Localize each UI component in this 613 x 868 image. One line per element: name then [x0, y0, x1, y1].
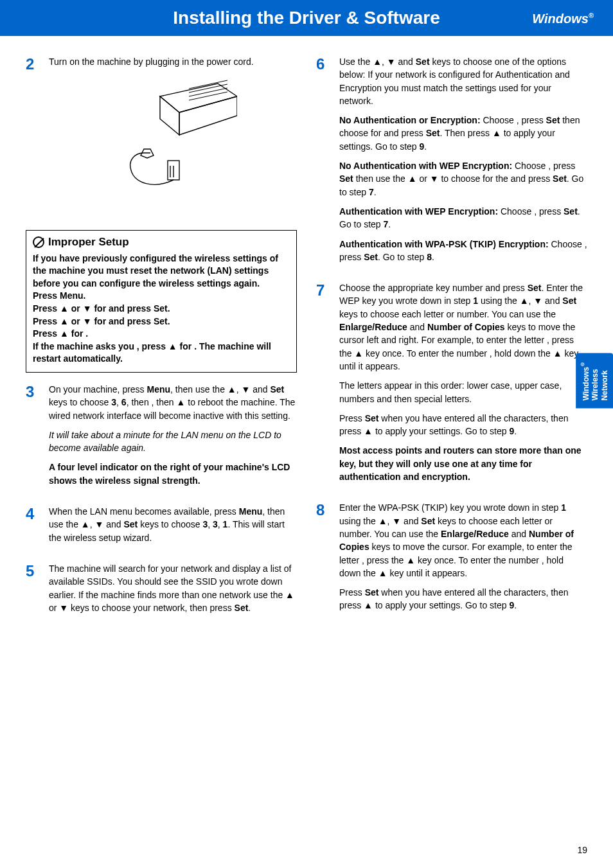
improper-line6b: , press ▲ for [137, 341, 194, 351]
step-5-body: The machine will search for your network… [49, 562, 297, 621]
os-name: Windows [532, 12, 589, 26]
prohibition-icon [33, 236, 44, 248]
improper-line4a: Press ▲ or ▼ for [33, 316, 109, 326]
improper-heading-text: Improper Setup [48, 236, 129, 249]
improper-line1: If you have previously configured the wi… [33, 253, 278, 288]
registered-mark: ® [589, 12, 594, 19]
improper-body: If you have previously configured the wi… [33, 252, 290, 366]
step-7-p3: Press Set when you have entered all the … [339, 412, 587, 438]
step-number-8: 8 [316, 501, 339, 519]
improper-line2: Press Menu. [33, 290, 85, 301]
step-6: 6 Use the ▲, ▼ and Set keys to choose on… [316, 55, 587, 270]
step-number-6: 6 [316, 55, 339, 73]
sidetab-network: Network [600, 370, 609, 400]
step-2-text: Turn on the machine by plugging in the p… [49, 55, 297, 68]
page-header: Installing the Driver & Software Windows… [0, 0, 613, 36]
step-3-p1: On your machine, press Menu, then use th… [49, 383, 297, 422]
header-title: Installing the Driver & Software [173, 8, 440, 28]
step-8-p1: Enter the WPA-PSK (TKIP) key you wrote d… [339, 501, 587, 580]
step-6-wpa: Authentication with WPA-PSK (TKIP) Encry… [339, 238, 587, 264]
right-column: 6 Use the ▲, ▼ and Set keys to choose on… [316, 55, 587, 632]
improper-line4b: and press Set. [109, 316, 170, 326]
printer-icon [109, 77, 237, 199]
step-2-body: Turn on the machine by plugging in the p… [49, 55, 297, 218]
step-4-p1: When the LAN menu becomes available, pre… [49, 505, 297, 544]
step-number-4: 4 [26, 505, 49, 523]
step-number-5: 5 [26, 562, 49, 580]
step-6-intro: Use the ▲, ▼ and Set keys to choose one … [339, 55, 587, 107]
improper-line5b: . [85, 328, 88, 339]
sidetab-wireless: Wireless [591, 369, 600, 400]
step-6-noauth: No Authentication or Encryption: Choose … [339, 114, 587, 153]
step-number-7: 7 [316, 281, 339, 299]
left-column: 2 Turn on the machine by plugging in the… [26, 55, 297, 632]
improper-line3a: Press ▲ or ▼ for [33, 303, 109, 314]
step-7-body: Choose the appropriate key number and pr… [339, 281, 587, 490]
step-6-body: Use the ▲, ▼ and Set keys to choose one … [339, 55, 587, 270]
step-6-wep2: Authentication with WEP Encryption: Choo… [339, 205, 587, 231]
step-7-p1: Choose the appropriate key number and pr… [339, 281, 587, 373]
step-2: 2 Turn on the machine by plugging in the… [26, 55, 297, 218]
step-4: 4 When the LAN menu becomes available, p… [26, 505, 297, 551]
step-3: 3 On your machine, press Menu, then use … [26, 383, 297, 493]
sidetab-reg: ® [580, 361, 585, 367]
step-6-wep1: No Authentication with WEP Encryption: C… [339, 159, 587, 199]
step-number-3: 3 [26, 383, 49, 401]
sidetab-windows: Windows [582, 367, 591, 401]
step-8: 8 Enter the WPA-PSK (TKIP) key you wrote… [316, 501, 587, 618]
step-3-p2: It will take about a minute for the LAN … [49, 429, 297, 455]
step-8-p2: Press Set when you have entered all the … [339, 586, 587, 612]
printer-illustration [49, 77, 297, 202]
improper-line3b: and press Set. [109, 303, 170, 314]
step-7-note: Most access points and routers can store… [339, 444, 587, 483]
improper-line6a: If the machine asks you [33, 341, 137, 351]
svg-marker-6 [141, 149, 154, 158]
step-7-p2: The letters appear in this order: lower … [339, 379, 587, 405]
step-5: 5 The machine will search for your netwo… [26, 562, 297, 621]
step-4-body: When the LAN menu becomes available, pre… [49, 505, 297, 551]
header-os-label: Windows® [532, 12, 594, 26]
improper-setup-box: Improper Setup If you have previously co… [26, 230, 297, 373]
step-3-p3: A four level indicator on the right of y… [49, 461, 297, 487]
step-7: 7 Choose the appropriate key number and … [316, 281, 587, 490]
step-5-p1: The machine will search for your network… [49, 562, 297, 614]
improper-line5: Press ▲ for [33, 328, 85, 339]
content-columns: 2 Turn on the machine by plugging in the… [26, 55, 587, 632]
improper-heading: Improper Setup [33, 236, 290, 249]
side-tab: Windows® Wireless Network [576, 353, 613, 409]
step-3-body: On your machine, press Menu, then use th… [49, 383, 297, 493]
step-number-2: 2 [26, 55, 49, 73]
step-8-body: Enter the WPA-PSK (TKIP) key you wrote d… [339, 501, 587, 618]
page-number: 19 [577, 845, 587, 855]
